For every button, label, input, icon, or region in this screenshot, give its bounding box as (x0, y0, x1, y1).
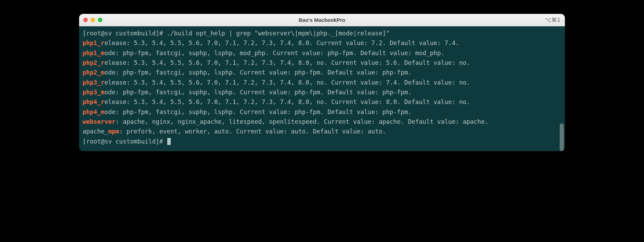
output-line: php1_mode: php-fpm, fastcgi, suphp, lsph… (83, 48, 561, 58)
grep-match: php2_r (83, 59, 104, 66)
grep-match: php4_m (83, 109, 104, 115)
terminal-body[interactable]: [root@sv custombuild]# ./build opt_help … (79, 26, 565, 151)
scrollbar[interactable] (560, 123, 564, 151)
command-text: ./build opt_help | grep "webserver\|mpm\… (167, 30, 390, 37)
grep-match: php2_m (83, 69, 104, 76)
grep-match: mpm (108, 128, 119, 135)
grep-match: webserver (83, 118, 116, 125)
output-line: php3_mode: php-fpm, fastcgi, suphp, lsph… (83, 87, 561, 97)
grep-match: php3_r (83, 79, 104, 86)
output-line: php4_release: 5.3, 5.4, 5.5, 5.6, 7.0, 7… (83, 97, 561, 107)
command-line: [root@sv custombuild]# ./build opt_help … (83, 28, 561, 38)
output-line: php3_release: 5.3, 5.4, 5.5, 5.6, 7.0, 7… (83, 78, 561, 87)
grep-match: php3_m (83, 89, 104, 96)
grep-match: php1_r (83, 40, 104, 46)
window-title: Bao's MacbookPro (79, 17, 565, 23)
close-icon[interactable] (83, 18, 88, 22)
terminal-window: Bao's MacbookPro ⌥⌘1 [root@sv custombuil… (79, 14, 565, 151)
traffic-lights (83, 18, 102, 22)
zoom-icon[interactable] (98, 18, 102, 22)
output-line: php1_release: 5.3, 5.4, 5.5, 5.6, 7.0, 7… (83, 38, 561, 48)
prompt-line: [root@sv custombuild]# (83, 137, 561, 146)
output-line: php2_release: 5.3, 5.4, 5.5, 5.6, 7.0, 7… (83, 58, 561, 68)
prompt: [root@sv custombuild]# (83, 30, 167, 37)
output-line: php4_mode: php-fpm, fastcgi, suphp, lsph… (83, 107, 561, 117)
titlebar: Bao's MacbookPro ⌥⌘1 (79, 14, 565, 26)
output-line: php2_mode: php-fpm, fastcgi, suphp, lsph… (83, 68, 561, 77)
window-shortcut: ⌥⌘1 (545, 17, 561, 23)
grep-match: php4_r (83, 98, 104, 105)
grep-match: php1_m (83, 50, 104, 57)
output-line: webserver: apache, nginx, nginx_apache, … (83, 117, 561, 127)
minimize-icon[interactable] (91, 18, 95, 22)
output-line: apache_mpm: prefork, event, worker, auto… (83, 127, 561, 136)
prompt: [root@sv custombuild]# (83, 138, 167, 145)
cursor-icon (167, 138, 171, 145)
